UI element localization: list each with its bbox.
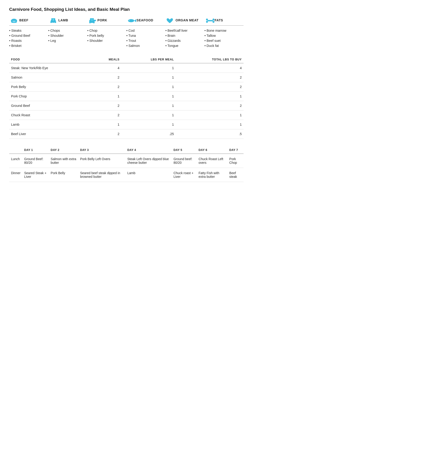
day-header: DAY 4 (125, 147, 172, 154)
food-items-grid: Steaks Ground Beef Roasts Brisket Chops … (9, 28, 244, 48)
svg-point-31 (128, 19, 134, 22)
table-row: Steak: New York/Rib Eye 4 1 4 (9, 63, 244, 73)
col-food: FOOD (9, 57, 92, 63)
list-item: Tallow (204, 33, 244, 38)
food-name: Ground Beef (9, 101, 92, 111)
table-row: Chuck Roast 2 1 1 (9, 111, 244, 120)
day4-meal: Lamb (125, 168, 172, 182)
svg-point-24 (93, 21, 95, 23)
list-item: Steaks (9, 28, 48, 33)
total-lbs: 2 (176, 101, 244, 111)
lbs-per-meal: 1 (121, 92, 176, 101)
svg-point-37 (206, 21, 208, 23)
col-lbs-per-meal: LBS PER MEAL (121, 57, 176, 63)
day-header: DAY 3 (78, 147, 126, 154)
lbs-per-meal: 1 (121, 120, 176, 129)
meals-count: 1 (92, 92, 121, 101)
lbs-per-meal: .25 (121, 129, 176, 139)
svg-rect-40 (207, 20, 213, 21)
category-lamb: LAMB (48, 17, 87, 23)
list-item: Beef suet (204, 38, 244, 43)
list-item: Tongue (165, 43, 204, 48)
category-header-row: BEEF LAMB (9, 17, 244, 26)
list-item: Salmon (126, 43, 165, 48)
page-title: Carnivore Food, Shopping List Ideas, and… (9, 7, 244, 12)
total-lbs: 1 (176, 120, 244, 129)
svg-point-28 (92, 20, 92, 20)
table-row: Pork Belly 2 1 2 (9, 82, 244, 92)
table-row: Salmon 2 1 2 (9, 73, 244, 82)
day6-meal: Chuck Roast Left overs (197, 154, 227, 168)
shopping-header-row: FOOD MEALS LBS PER MEAL TOTAL LBS TO BUY (9, 57, 244, 63)
svg-point-25 (94, 20, 96, 21)
col-meals: MEALS (92, 57, 121, 63)
list-item: Chops (48, 28, 87, 33)
lamb-icon (48, 17, 57, 23)
pig-icon (87, 17, 96, 23)
svg-point-34 (129, 20, 129, 20)
meals-count: 4 (92, 63, 121, 73)
list-item: Leg (48, 38, 87, 43)
svg-point-9 (13, 21, 15, 23)
bone-icon (204, 17, 213, 23)
day5-meal: Chuck roast + Liver (172, 168, 197, 182)
meals-count: 2 (92, 129, 121, 139)
beef-label: BEEF (19, 18, 28, 22)
svg-point-29 (90, 18, 91, 20)
fats-label: FATS (215, 18, 223, 22)
table-row: Beef Liver 2 .25 .5 (9, 129, 244, 139)
day-header: DAY 5 (172, 147, 197, 154)
mealplan-header-row: DAY 1DAY 2DAY 3DAY 4DAY 5DAY 6DAY 7 (9, 147, 244, 154)
fats-items: Bone marrow Tallow Beef suet Duck fat (204, 28, 244, 48)
list-item: Roasts (9, 38, 48, 43)
svg-point-26 (91, 19, 93, 21)
pork-items: Chop Pork belly Shoulder (87, 28, 126, 48)
day4-meal: Steak Left Overs dipped blue cheese butt… (125, 154, 172, 168)
lbs-per-meal: 1 (121, 111, 176, 120)
table-row: Dinner Seared Steak + Liver Pork Belly S… (9, 168, 244, 182)
table-row: Pork Chop 1 1 1 (9, 92, 244, 101)
pork-label: PORK (97, 18, 107, 22)
svg-point-39 (213, 21, 214, 23)
day7-meal: Pork Chop (227, 154, 244, 168)
day-header: DAY 1 (22, 147, 49, 154)
lamb-items: Chops Shoulder Leg (48, 28, 87, 48)
meals-count: 2 (92, 111, 121, 120)
category-seafood: SEAFOOD (126, 17, 165, 23)
food-name: Beef Liver (9, 129, 92, 139)
day2-meal: Salmon with extra butter (49, 154, 78, 168)
svg-point-11 (14, 22, 15, 22)
svg-marker-32 (134, 19, 136, 22)
svg-rect-4 (15, 19, 15, 20)
day3-meal: Seared beef steak dipped in browned butt… (78, 168, 126, 182)
beef-items: Steaks Ground Beef Roasts Brisket (9, 28, 48, 48)
shopping-table: FOOD MEALS LBS PER MEAL TOTAL LBS TO BUY… (9, 57, 244, 139)
meal-plan-table: DAY 1DAY 2DAY 3DAY 4DAY 5DAY 6DAY 7 Lunc… (9, 147, 244, 182)
col-total-lbs: TOTAL LBS TO BUY (176, 57, 244, 63)
svg-point-18 (54, 18, 55, 20)
food-name: Pork Chop (9, 92, 92, 101)
svg-point-38 (213, 19, 214, 20)
meal-type: Lunch (9, 154, 22, 168)
table-row: Lamb 1 1 1 (9, 120, 244, 129)
meals-count: 2 (92, 73, 121, 82)
meals-count: 2 (92, 101, 121, 111)
svg-point-36 (206, 19, 208, 20)
lbs-per-meal: 1 (121, 63, 176, 73)
category-beef: BEEF (9, 17, 48, 23)
total-lbs: 2 (176, 73, 244, 82)
list-item: Duck fat (204, 43, 244, 48)
food-name: Lamb (9, 120, 92, 129)
day3-meal: Pork Belly Left Overs (78, 154, 126, 168)
svg-point-10 (13, 22, 14, 22)
total-lbs: 2 (176, 82, 244, 92)
food-name: Pork Belly (9, 82, 92, 92)
day7-meal: Beef steak (227, 168, 244, 182)
lamb-label: LAMB (58, 18, 68, 22)
total-lbs: 4 (176, 63, 244, 73)
food-name: Steak: New York/Rib Eye (9, 63, 92, 73)
category-organ: ORGAN MEAT (165, 17, 204, 23)
list-item: Beef/calf liver (165, 28, 204, 33)
svg-rect-3 (13, 19, 13, 20)
list-item: Brisket (9, 43, 48, 48)
